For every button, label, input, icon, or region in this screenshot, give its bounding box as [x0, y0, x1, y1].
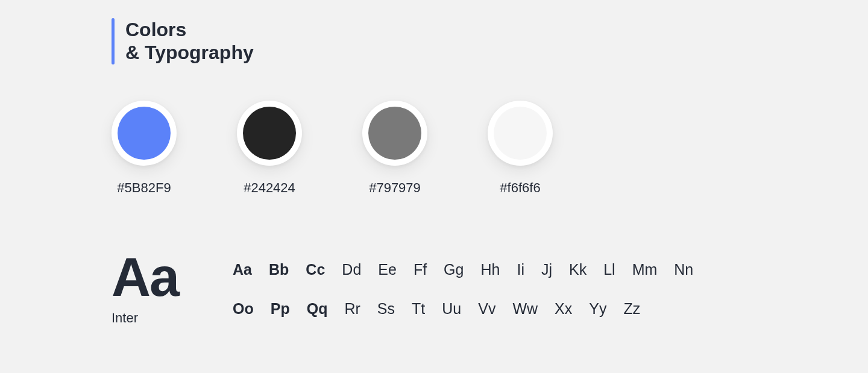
glyph: Zz: [623, 300, 640, 318]
glyph: Aa: [233, 261, 252, 278]
swatch-label: #797979: [369, 180, 421, 196]
glyph: Qq: [307, 300, 328, 318]
glyph: Ww: [512, 300, 538, 318]
glyph: Jj: [541, 261, 552, 278]
swatch-ring: [488, 101, 553, 166]
swatch-label: #f6f6f6: [500, 180, 540, 196]
swatch-fill: [368, 107, 421, 160]
glyph: Ll: [603, 261, 615, 278]
accent-bar: [112, 18, 115, 64]
glyph: Vv: [478, 300, 495, 318]
type-sample: Aa Inter: [112, 250, 178, 326]
glyph: Ss: [377, 300, 395, 318]
typography-section: Aa Inter Aa Bb Cc Dd Ee Ff Gg Hh Ii Jj K…: [112, 250, 756, 326]
glyph: Xx: [555, 300, 572, 318]
color-swatches: #5B82F9 #242424 #797979 #f6f6f6: [112, 101, 756, 196]
alphabet-row-1: Aa Bb Cc Dd Ee Ff Gg Hh Ii Jj Kk Ll Mm N…: [233, 261, 693, 278]
heading-line-2: & Typography: [125, 41, 254, 64]
glyph: Oo: [233, 300, 254, 318]
glyph: Ii: [517, 261, 524, 278]
glyph: Dd: [342, 261, 361, 278]
glyph: Kk: [569, 261, 587, 278]
glyph: Hh: [480, 261, 500, 278]
swatch-label: #5B82F9: [117, 180, 171, 196]
alphabet-row-2: Oo Pp Qq Rr Ss Tt Uu Vv Ww Xx Yy Zz: [233, 300, 693, 318]
glyph: Rr: [344, 300, 360, 318]
sample-glyph: Aa: [112, 250, 178, 304]
heading-line-1: Colors: [125, 18, 254, 41]
glyph: Ff: [414, 261, 427, 278]
color-swatch: #797979: [362, 101, 427, 196]
swatch-ring: [362, 101, 427, 166]
font-name: Inter: [112, 310, 178, 326]
glyph: Bb: [269, 261, 289, 278]
swatch-fill: [118, 107, 171, 160]
swatch-fill: [494, 107, 547, 160]
alphabet: Aa Bb Cc Dd Ee Ff Gg Hh Ii Jj Kk Ll Mm N…: [233, 250, 693, 318]
glyph: Ee: [378, 261, 397, 278]
glyph: Nn: [674, 261, 693, 278]
swatch-ring: [112, 101, 177, 166]
glyph: Cc: [306, 261, 325, 278]
color-swatch: #f6f6f6: [488, 101, 553, 196]
heading-text: Colors & Typography: [125, 18, 254, 64]
glyph: Pp: [271, 300, 290, 318]
glyph: Gg: [444, 261, 464, 278]
color-swatch: #242424: [237, 101, 302, 196]
glyph: Uu: [442, 300, 461, 318]
color-swatch: #5B82F9: [112, 101, 177, 196]
glyph: Yy: [589, 300, 606, 318]
swatch-ring: [237, 101, 302, 166]
glyph: Tt: [412, 300, 425, 318]
swatch-label: #242424: [244, 180, 295, 196]
glyph: Mm: [632, 261, 658, 278]
swatch-fill: [243, 107, 296, 160]
section-heading: Colors & Typography: [112, 18, 756, 64]
